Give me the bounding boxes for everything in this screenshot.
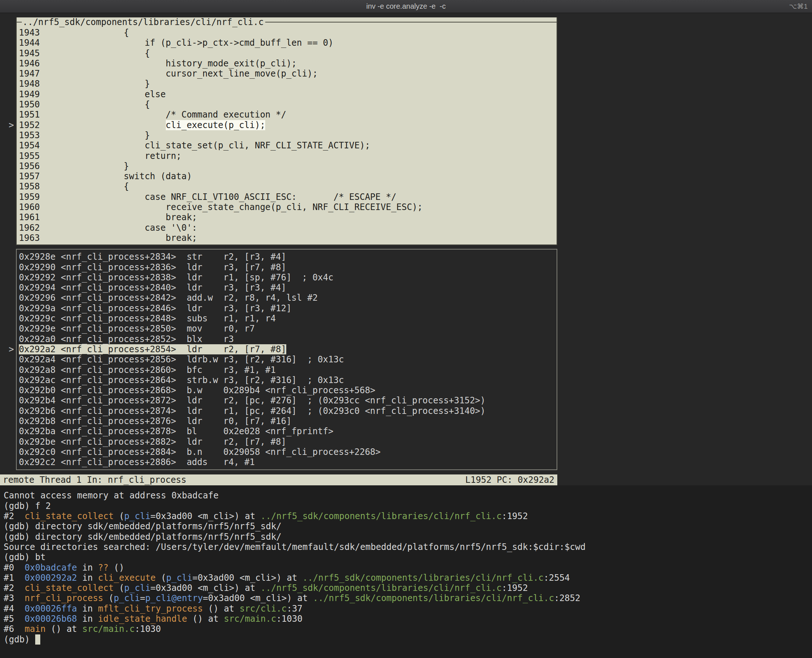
code-indent (40, 120, 166, 130)
asm-instruction-text: 0x292b6 <nrf_cli_process+2874> ldr r1, [… (19, 406, 486, 416)
source-file-title: ../nrf5_sdk/components/libraries/cli/nrf… (22, 17, 265, 27)
asm-line: 0x29296 <nrf_cli_process+2842> add.w r2,… (19, 293, 556, 303)
line-number: 1943 (19, 28, 40, 38)
asm-line: 0x2929c <nrf_cli_process+2848> subs r1, … (19, 313, 556, 324)
source-line: 1954 cli_state_set(p_cli, NRF_CLI_STATE_… (19, 140, 556, 150)
line-number: 1958 (19, 182, 40, 191)
console-line-text: (gdb) (4, 634, 40, 645)
console-line: #0 0x0badcafe in ?? () (4, 562, 812, 573)
console-line: #3 nrf_cli_process (p_cli=p_cli@entry=0x… (4, 593, 812, 603)
source-line: >1952 cli_execute(p_cli); (19, 120, 556, 130)
window-title: inv -e core.analyze -e -c (367, 2, 446, 11)
code-indent (40, 110, 166, 120)
source-code-text: cursor_next_line_move(p_cli); (166, 69, 318, 79)
status-location-info: L1952 PC: 0x292a2 (465, 475, 554, 485)
asm-instruction-text: 0x292b4 <nrf_cli_process+2872> ldr r2, [… (19, 395, 486, 406)
line-number: 1949 (19, 89, 40, 99)
line-number: 1952 (19, 120, 40, 130)
line-number: 1947 (19, 69, 40, 79)
line-number: 1945 (19, 48, 40, 58)
source-line: 1953 } (19, 130, 556, 140)
asm-line: 0x292b0 <nrf_cli_process+2868> b.w 0x289… (19, 385, 556, 395)
source-line: 1945 { (19, 48, 556, 58)
asm-instruction-text: 0x29290 <nrf_cli_process+2836> ldr r3, [… (19, 262, 286, 273)
terminal-titlebar[interactable]: inv -e core.analyze -e -c ⌥⌘1 (0, 0, 812, 13)
source-line: 1946 history_mode_exit(p_cli); (19, 58, 556, 69)
asm-instruction-text: 0x2928e <nrf_cli_process+2834> str r2, [… (19, 252, 286, 262)
console-line: (gdb) (4, 634, 812, 645)
asm-instruction-text: 0x292c2 <nrf_cli_process+2886> adds r4, … (19, 457, 255, 467)
code-indent (40, 212, 166, 222)
console-line-text: (gdb) f 2 (4, 501, 51, 511)
line-number: 1951 (19, 110, 40, 120)
line-number: 1955 (19, 151, 40, 161)
asm-instruction-text: 0x292b0 <nrf_cli_process+2868> b.w 0x289… (19, 385, 376, 395)
source-line: 1947 cursor_next_line_move(p_cli); (19, 69, 556, 79)
console-line: #4 0x00026ffa in mflt_cli_try_process ()… (4, 603, 812, 614)
code-indent (40, 89, 145, 99)
line-number: 1953 (19, 130, 40, 140)
gdb-console[interactable]: Cannot access memory at address 0xbadcaf… (0, 485, 812, 658)
line-number: 1963 (19, 233, 40, 243)
source-panel[interactable]: ../nrf5_sdk/components/libraries/cli/nrf… (16, 17, 557, 245)
source-code-text: break; (166, 233, 198, 243)
console-line-text: #2 cli_state_collect (p_cli=0x3ad00 <m_c… (4, 583, 528, 593)
asm-instruction-text: 0x292a0 <nrf_cli_process+2852> blx r3 (19, 334, 234, 344)
asm-line: 0x292ba <nrf_cli_process+2878> bl 0x2e02… (19, 426, 556, 436)
asm-line: 0x2928e <nrf_cli_process+2834> str r2, [… (19, 252, 556, 262)
code-indent (40, 38, 145, 48)
code-indent (40, 140, 145, 150)
asm-line: 0x292c2 <nrf_cli_process+2886> adds r4, … (19, 457, 556, 467)
source-code-text: case NRF_CLI_VT100_ASCII_ESC: /* ESCAPE … (145, 192, 397, 202)
source-code-text: { (124, 28, 129, 38)
code-indent (40, 151, 145, 161)
line-number: 1961 (19, 212, 40, 222)
asm-instruction-text: 0x292b8 <nrf_cli_process+2876> ldr r0, [… (19, 416, 292, 426)
asm-line: 0x292b6 <nrf_cli_process+2874> ldr r1, [… (19, 406, 556, 416)
asm-line: 0x29294 <nrf_cli_process+2840> ldr r3, [… (19, 283, 556, 293)
code-indent (40, 192, 145, 202)
console-line: (gdb) bt (4, 552, 812, 562)
asm-instruction-text: 0x29296 <nrf_cli_process+2842> add.w r2,… (19, 293, 318, 303)
source-line: 1960 receive_state_change(p_cli, NRF_CLI… (19, 202, 556, 212)
asm-instruction-text: 0x292ac <nrf_cli_process+2864> strb.w r3… (19, 375, 344, 385)
frame-line (265, 22, 556, 22)
console-line: (gdb) f 2 (4, 501, 812, 511)
asm-line: 0x292a8 <nrf_cli_process+2860> bfc r3, #… (19, 365, 556, 375)
console-line-text: #4 0x00026ffa in mflt_cli_try_process ()… (4, 603, 303, 614)
code-indent (40, 48, 145, 58)
console-line-text: #1 0x000292a2 in cli_execute (p_cli=0x3a… (4, 573, 570, 583)
source-code-text: cli_execute(p_cli); (166, 120, 266, 130)
source-line: 1943 { (19, 28, 556, 38)
line-number: 1948 (19, 79, 40, 89)
source-code-text: history_mode_exit(p_cli); (166, 58, 297, 69)
line-number: 1962 (19, 223, 40, 233)
source-line: 1957 switch (data) (19, 171, 556, 182)
asm-line: 0x292ac <nrf_cli_process+2864> strb.w r3… (19, 375, 556, 385)
window-shortcut-badge: ⌥⌘1 (789, 2, 808, 11)
source-code-text: { (124, 182, 129, 191)
code-indent (40, 171, 124, 182)
code-indent (40, 161, 124, 171)
asm-line: 0x2929a <nrf_cli_process+2846> ldr r3, [… (19, 303, 556, 313)
line-number: 1956 (19, 161, 40, 171)
asm-instruction-text: 0x292c0 <nrf_cli_process+2884> b.n 0x290… (19, 447, 381, 457)
asm-line: 0x292b8 <nrf_cli_process+2876> ldr r0, [… (19, 416, 556, 426)
source-code-text: } (145, 79, 150, 89)
source-code-text: case '\0': (145, 223, 198, 233)
console-line: Source directories searched: /Users/tyle… (4, 542, 812, 552)
code-indent (40, 69, 166, 79)
source-code-text: /* Command execution */ (166, 110, 286, 120)
source-line: 1961 break; (19, 212, 556, 222)
console-line-text: Cannot access memory at address 0xbadcaf… (4, 490, 218, 501)
gdb-tui-region: ../nrf5_sdk/components/libraries/cli/nrf… (0, 13, 812, 485)
asm-instruction-text: 0x29294 <nrf_cli_process+2840> ldr r3, [… (19, 283, 286, 293)
console-line-text: (gdb) directory sdk/embedded/platforms/n… (4, 521, 282, 531)
disassembly-panel[interactable]: 0x2928e <nrf_cli_process+2834> str r2, [… (16, 249, 557, 470)
source-code-text: receive_state_change(p_cli, NRF_CLI_RECE… (166, 202, 423, 212)
status-thread-info: remote Thread 1 In: nrf_cli_process (3, 475, 187, 485)
asm-line: >0x292a2 <nrf_cli_process+2854> ldr r2, … (19, 344, 556, 354)
source-panel-frame: ../nrf5_sdk/components/libraries/cli/nrf… (17, 17, 556, 27)
asm-instruction-text: 0x292a8 <nrf_cli_process+2860> bfc r3, #… (19, 365, 276, 375)
console-line: #5 0x00026b68 in idle_state_handle () at… (4, 614, 812, 624)
